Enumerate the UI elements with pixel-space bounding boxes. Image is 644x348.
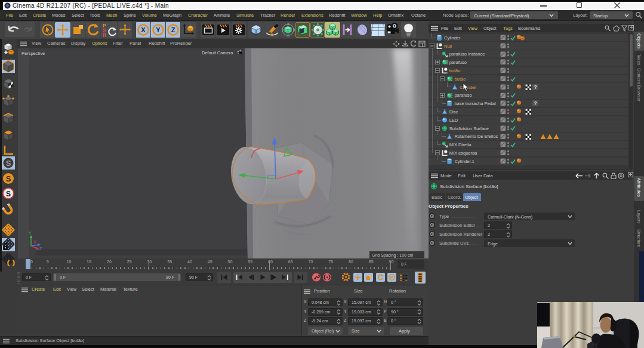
svg-text:Z: Z <box>171 26 175 33</box>
svg-text:S: S <box>6 174 11 183</box>
svg-text:Grid Spacing : 100 cm: Grid Spacing : 100 cm <box>372 253 413 258</box>
svg-text:X: X <box>33 240 36 244</box>
svg-text:S: S <box>6 159 11 168</box>
svg-text:S: S <box>6 190 11 198</box>
svg-text:R: R <box>103 32 106 38</box>
svg-text:Perspective: Perspective <box>21 51 45 56</box>
svg-text:X: X <box>141 26 146 33</box>
svg-text:Y: Y <box>29 231 32 235</box>
svg-text:Default Camera: Default Camera <box>202 50 233 56</box>
svg-text:Z: Z <box>39 247 42 251</box>
svg-text:Y: Y <box>156 26 161 33</box>
svg-text:P: P <box>390 275 393 279</box>
